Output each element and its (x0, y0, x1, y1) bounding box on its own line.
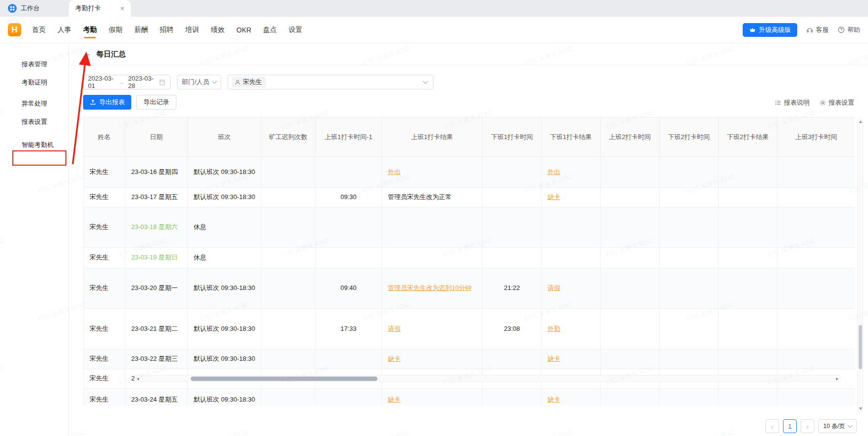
result-link[interactable]: 缺卡 (548, 355, 560, 362)
cell-text: 休息 (194, 254, 206, 261)
cell-text: 23-03-17 星期五 (131, 193, 178, 201)
scroll-down-arrow-icon[interactable] (859, 407, 862, 410)
cell-下班2打卡结果 (719, 268, 778, 309)
cell-姓名: 宋先生 (84, 188, 125, 207)
result-link[interactable]: 外出 (388, 168, 401, 175)
tab-attendance[interactable]: 考勤打卡 × (69, 0, 131, 17)
sidebar-item-异常处理[interactable]: 异常处理 (0, 94, 68, 113)
page-size-value: 10 条/页 (823, 422, 845, 431)
dept-person-select[interactable]: 部门/人员 (177, 75, 221, 89)
cell-下班1打卡时间 (483, 349, 542, 369)
result-link[interactable]: 缺卡 (548, 193, 560, 201)
cell-上班1打卡结果: 外出 (382, 157, 483, 188)
horizontal-scrollbar[interactable] (134, 375, 841, 382)
cell-旷工迟到次数 (261, 389, 316, 406)
table-row: 宋先生23-03-19 星期日休息 (84, 248, 855, 268)
sidebar-item-label: 考勤证明 (22, 78, 47, 87)
prev-page-button[interactable]: ‹ (765, 419, 779, 433)
result-link[interactable]: 缺卡 (388, 355, 401, 362)
result-link[interactable]: 外出 (548, 168, 560, 175)
cell-日期: 23-03-24 星期五 (125, 389, 188, 406)
nav-item-盘点[interactable]: 盘点 (262, 17, 278, 43)
nav-item-人事[interactable]: 人事 (57, 17, 72, 43)
export-report-button[interactable]: 导出报表 (83, 95, 131, 110)
nav-item-绩效[interactable]: 绩效 (210, 17, 226, 43)
result-link[interactable]: 请假 (548, 284, 560, 291)
person-filter-select[interactable]: 宋先生 (228, 75, 434, 89)
nav-right: 升级高级版 客服 帮助 (743, 23, 860, 37)
sidebar-item-报表设置[interactable]: 报表设置 (0, 113, 68, 131)
page-header: ← 每日汇总 (69, 43, 868, 65)
column-header-姓名: 姓名 (84, 117, 125, 157)
cell-上班1打卡时间-1 (316, 207, 382, 248)
cell-下班2打卡时间 (660, 157, 719, 188)
report-help-link[interactable]: 报表说明 (775, 98, 810, 107)
nav-item-假期[interactable]: 假期 (108, 17, 123, 43)
nav-item-设置[interactable]: 设置 (288, 17, 303, 43)
upgrade-premium-button[interactable]: 升级高级版 (743, 23, 797, 37)
cell-班次: 默认班次 09:30-18:30 (188, 309, 261, 349)
cell-text: 宋先生 (89, 284, 109, 291)
customer-service-link[interactable]: 客服 (806, 26, 829, 34)
nav-item-薪酬[interactable]: 薪酬 (133, 17, 149, 43)
cell-下班1打卡时间: 21:22 (483, 268, 542, 309)
table-row: 宋先生23-03-22 星期三默认班次 09:30-18:30缺卡缺卡 (84, 349, 855, 369)
nav-item-招聘[interactable]: 招聘 (159, 17, 174, 43)
nav-item-考勤[interactable]: 考勤 (82, 17, 98, 43)
cell-日期: 23-03-18 星期六 (125, 207, 188, 248)
scroll-right-arrow-icon[interactable] (836, 378, 839, 380)
cell-姓名: 宋先生 (84, 369, 125, 389)
current-page-button[interactable]: 1 (783, 419, 797, 433)
cell-班次: 休息 (188, 207, 261, 248)
page-size-select[interactable]: 10 条/页 (818, 419, 857, 433)
vertical-scrollbar[interactable] (857, 118, 863, 412)
table-body: 宋先生23-03-16 星期四默认班次 09:30-18:30外出外出宋先生23… (84, 157, 855, 406)
nav-item-培训[interactable]: 培训 (184, 17, 200, 43)
report-settings-link[interactable]: 报表设置 (819, 98, 854, 107)
workbench-tab[interactable]: 工作台 (8, 0, 40, 17)
sidebar-item-报表管理[interactable]: 报表管理 (0, 55, 68, 73)
export-records-button[interactable]: 导出记录 (136, 95, 176, 110)
result-link[interactable]: 缺卡 (388, 396, 401, 403)
cell-日期: 23-03-21 星期二 (125, 309, 188, 349)
cell-下班2打卡时间 (660, 389, 719, 406)
date-range-picker[interactable]: 2023-03-01 → 2023-03-28 (83, 75, 171, 89)
question-icon (838, 26, 845, 33)
dept-person-label: 部门/人员 (182, 78, 209, 87)
cell-下班2打卡结果 (719, 188, 778, 207)
sidebar-item-智能考勤机[interactable]: 智能考勤机 (0, 136, 68, 154)
daily-summary-table: 姓名日期班次旷工迟到次数上班1打卡时间-1上班1打卡结果下班1打卡时间下班1打卡… (83, 117, 855, 406)
cell-上班3打卡时间 (778, 268, 855, 309)
person-tag[interactable]: 宋先生 (232, 77, 266, 87)
column-header-下班2打卡结果: 下班2打卡结果 (719, 117, 778, 157)
cell-上班1打卡结果: 管理员宋先生改为迟到10分钟 (382, 268, 483, 309)
next-page-button[interactable]: › (801, 419, 814, 433)
result-link[interactable]: 请假 (388, 325, 401, 332)
result-link[interactable]: 缺卡 (548, 396, 560, 403)
result-link[interactable]: 外勤 (548, 325, 560, 332)
app-logo[interactable]: H (8, 23, 21, 36)
cell-下班1打卡结果: 缺卡 (542, 188, 601, 207)
app-nav-bar: H 首页人事考勤假期薪酬招聘培训绩效OKR盘点设置 升级高级版 客服 帮助 (0, 17, 868, 43)
sidebar-item-考勤证明[interactable]: 考勤证明 (0, 73, 68, 91)
cell-上班2打卡时间 (601, 268, 660, 309)
header-row: 姓名日期班次旷工迟到次数上班1打卡时间-1上班1打卡结果下班1打卡时间下班1打卡… (84, 117, 855, 157)
cell-text: 默认班次 09:30-18:30 (194, 396, 255, 403)
column-header-班次: 班次 (188, 117, 261, 157)
help-link[interactable]: 帮助 (838, 26, 860, 34)
result-link[interactable]: 管理员宋先生改为迟到10分钟 (388, 284, 471, 291)
cell-姓名: 宋先生 (84, 309, 125, 349)
scroll-left-arrow-icon[interactable] (137, 378, 139, 380)
column-header-旷工迟到次数: 旷工迟到次数 (261, 117, 316, 157)
scroll-up-arrow-icon[interactable] (859, 120, 862, 123)
close-icon[interactable]: × (120, 4, 124, 12)
nav-item-首页[interactable]: 首页 (31, 17, 47, 43)
horizontal-scrollbar-thumb[interactable] (191, 377, 377, 381)
nav-item-OKR[interactable]: OKR (235, 17, 252, 43)
cell-下班2打卡结果 (719, 389, 778, 406)
cell-text: 23-03-22 星期三 (131, 355, 178, 362)
vertical-scrollbar-thumb[interactable] (859, 325, 862, 369)
cell-上班2打卡时间 (601, 248, 660, 268)
table-row: 宋先生23-03-21 星期二默认班次 09:30-18:3017:33请假23… (84, 309, 855, 349)
back-arrow-icon[interactable]: ← (83, 49, 91, 58)
